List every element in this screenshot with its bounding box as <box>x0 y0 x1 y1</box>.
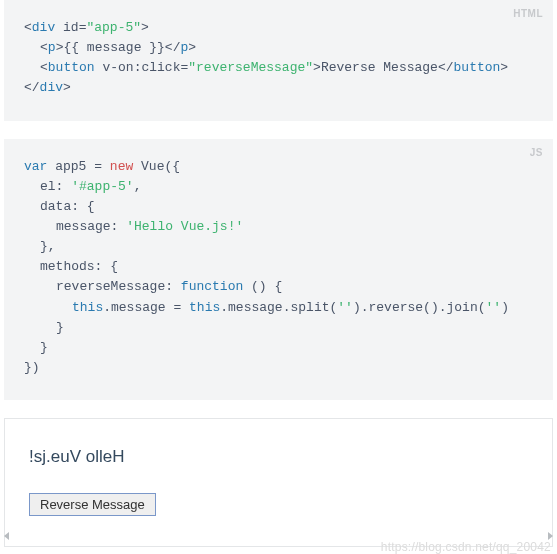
code-line: } <box>24 318 533 338</box>
code-line: data: { <box>24 197 533 217</box>
code-line: reverseMessage: function () { <box>24 277 533 297</box>
code-line: message: 'Hello Vue.js!' <box>24 217 533 237</box>
code-line: }) <box>24 358 533 378</box>
output-panel: !sj.euV olleH Reverse Message <box>4 418 553 547</box>
code-line: }, <box>24 237 533 257</box>
watermark: https://blog.csdn.net/qq_20042 <box>381 540 551 554</box>
scroll-right-icon[interactable] <box>548 532 553 540</box>
code-line: <button v-on:click="reverseMessage">Reve… <box>24 58 533 78</box>
code-line: methods: { <box>24 257 533 277</box>
code-content-js: var app5 = new Vue({el: '#app-5',data: {… <box>24 157 533 379</box>
code-content-html: <div id="app-5"><p>{{ message }}</p><but… <box>24 18 533 99</box>
code-block-js: JS var app5 = new Vue({el: '#app-5',data… <box>4 139 553 401</box>
code-line: el: '#app-5', <box>24 177 533 197</box>
code-line: var app5 = new Vue({ <box>24 157 533 177</box>
output-text: !sj.euV olleH <box>29 447 528 467</box>
language-badge-html: HTML <box>513 6 543 22</box>
reverse-message-button[interactable]: Reverse Message <box>29 493 156 516</box>
code-block-html: HTML <div id="app-5"><p>{{ message }}</p… <box>4 0 553 121</box>
code-line: <p>{{ message }}</p> <box>24 38 533 58</box>
code-line: } <box>24 338 533 358</box>
scroll-left-icon[interactable] <box>4 532 9 540</box>
language-badge-js: JS <box>530 145 543 161</box>
code-line: <div id="app-5"> <box>24 18 533 38</box>
code-line: </div> <box>24 78 533 98</box>
horizontal-scrollbar[interactable] <box>0 531 557 540</box>
code-line: this.message = this.message.split('').re… <box>24 298 533 318</box>
